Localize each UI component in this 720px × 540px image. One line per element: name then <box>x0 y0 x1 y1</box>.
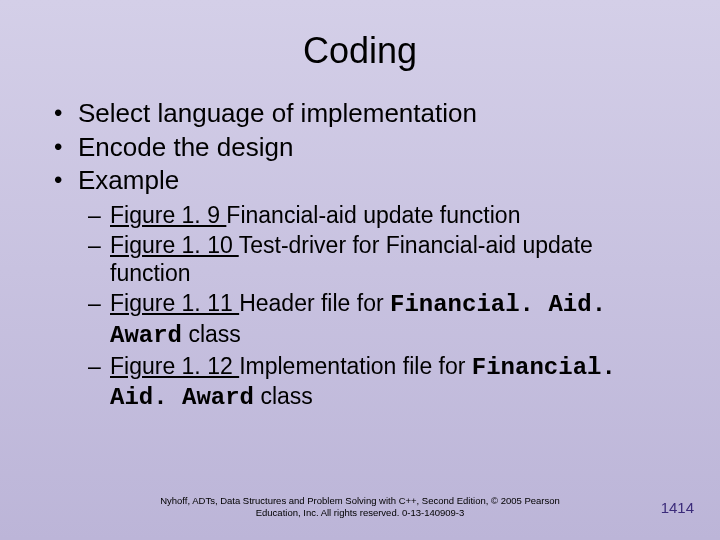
sub-text: class <box>254 383 313 409</box>
bullet-item: Encode the design <box>48 132 672 164</box>
footer-line: Nyhoff, ADTs, Data Structures and Proble… <box>160 495 560 506</box>
bullet-text: Select language of implementation <box>78 98 477 128</box>
sub-item: Figure 1. 11 Header file for Financial. … <box>86 289 672 350</box>
bullet-list: Select language of implementation Encode… <box>48 98 672 412</box>
figure-link[interactable]: Figure 1. 12 <box>110 353 239 379</box>
slide-title: Coding <box>48 30 672 72</box>
sub-list: Figure 1. 9 Financial-aid update functio… <box>86 201 672 412</box>
figure-link[interactable]: Figure 1. 10 <box>110 232 239 258</box>
sub-text: Implementation file for <box>239 353 472 379</box>
sub-text: Financial-aid update function <box>226 202 520 228</box>
page-number: 1414 <box>661 499 694 516</box>
bullet-item: Example Figure 1. 9 Financial-aid update… <box>48 165 672 412</box>
footer-line: Education, Inc. All rights reserved. 0-1… <box>256 507 465 518</box>
figure-link[interactable]: Figure 1. 11 <box>110 290 239 316</box>
sub-item: Figure 1. 9 Financial-aid update functio… <box>86 201 672 229</box>
slide: Coding Select language of implementation… <box>0 0 720 540</box>
footer-citation: Nyhoff, ADTs, Data Structures and Proble… <box>0 495 720 518</box>
sub-text: Header file for <box>239 290 390 316</box>
sub-item: Figure 1. 10 Test-driver for Financial-a… <box>86 231 672 287</box>
bullet-text: Example <box>78 165 179 195</box>
bullet-text: Encode the design <box>78 132 293 162</box>
figure-link[interactable]: Figure 1. 9 <box>110 202 226 228</box>
bullet-item: Select language of implementation <box>48 98 672 130</box>
sub-item: Figure 1. 12 Implementation file for Fin… <box>86 352 672 413</box>
sub-text: class <box>182 321 241 347</box>
